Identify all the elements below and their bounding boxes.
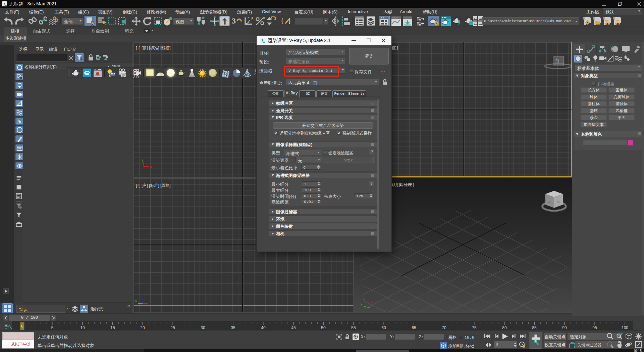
svg-text:y: y — [142, 158, 144, 162]
svg-text:x: x — [150, 165, 152, 169]
svg-text:x: x — [146, 302, 148, 305]
svg-text:y: y — [135, 299, 137, 303]
svg-text:前: 前 — [557, 200, 560, 203]
svg-text:x: x — [371, 300, 373, 304]
svg-text:z: z — [363, 297, 365, 300]
svg-text:y: y — [361, 302, 362, 306]
svg-text:左: 左 — [548, 200, 551, 203]
